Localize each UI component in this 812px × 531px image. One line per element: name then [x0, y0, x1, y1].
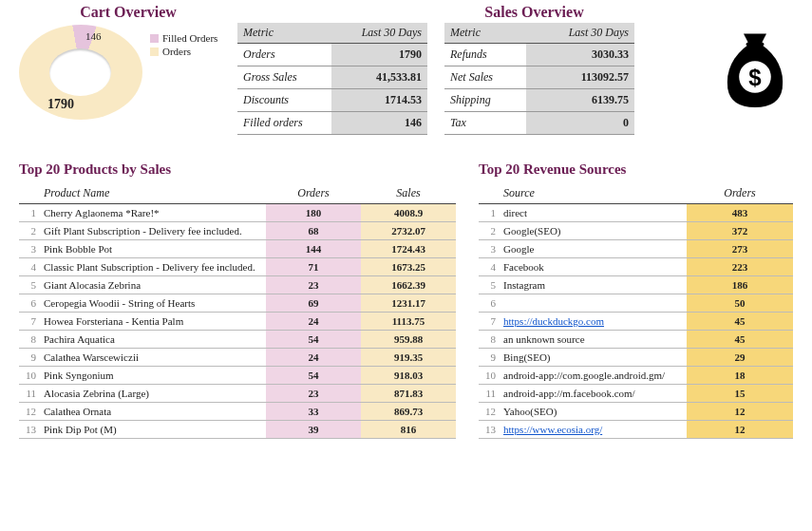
metric-label: Filled orders [237, 112, 331, 135]
source-orders: 29 [687, 349, 793, 367]
source-orders: 45 [687, 331, 793, 349]
table-row: 8an unknown source45 [479, 331, 793, 349]
metric-row: Filled orders146 [237, 112, 427, 135]
source-name [498, 294, 687, 313]
metric-value: 41,533.81 [331, 66, 427, 89]
product-sales: 1724.43 [361, 240, 456, 258]
product-sales: 2732.07 [361, 222, 456, 240]
source-orders: 186 [687, 276, 793, 294]
source-orders: 12 [687, 421, 793, 439]
source-orders: 12 [687, 403, 793, 421]
product-name: Gift Plant Subscription - Delivery fee i… [38, 222, 266, 240]
metric-label: Orders [237, 44, 331, 66]
metric-value: 0 [526, 112, 634, 135]
source-link[interactable]: https://duckduckgo.com [503, 315, 604, 327]
source-name: Yahoo(SEO) [498, 403, 687, 421]
metric-label: Tax [444, 112, 526, 135]
table-row: 12Calathea Ornata33869.73 [19, 403, 456, 421]
product-orders: 68 [266, 222, 361, 240]
table-row: 10android-app://com.google.android.gm/18 [479, 367, 793, 385]
top-sources-table: Source Orders 1direct4832Google(SEO)3723… [479, 183, 793, 439]
source-orders: 223 [687, 258, 793, 276]
row-index: 4 [479, 258, 498, 276]
table-row: 1direct483 [479, 204, 793, 222]
donut-small-value: 146 [85, 30, 102, 42]
product-sales: 871.83 [361, 385, 456, 403]
product-sales: 1662.39 [361, 276, 456, 294]
table-row: 2Gift Plant Subscription - Delivery fee … [19, 222, 456, 240]
source-name: Google(SEO) [498, 222, 687, 240]
table-row: 6Ceropegia Woodii - String of Hearts6912… [19, 294, 456, 313]
metrics-col-metric: Metric [444, 23, 526, 44]
product-sales: 869.73 [361, 403, 456, 421]
row-index: 5 [19, 276, 38, 294]
row-index: 10 [479, 367, 498, 385]
product-sales: 1231.17 [361, 294, 456, 313]
product-orders: 23 [266, 276, 361, 294]
table-row: 11android-app://m.facebook.com/15 [479, 385, 793, 403]
product-name: Pink Dip Pot (M) [38, 421, 266, 439]
table-row: 9Bing(SEO)29 [479, 349, 793, 367]
source-orders: 483 [687, 204, 793, 222]
legend-swatch-filled [150, 34, 159, 43]
svg-text:$: $ [748, 65, 762, 90]
metric-value: 3030.33 [526, 44, 634, 66]
product-orders: 71 [266, 258, 361, 276]
table-row: 13Pink Dip Pot (M)39816 [19, 421, 456, 439]
source-name: an unknown source [498, 331, 687, 349]
row-index: 7 [479, 313, 498, 331]
metric-row: Gross Sales41,533.81 [237, 66, 427, 89]
product-orders: 33 [266, 403, 361, 421]
table-row: 650 [479, 294, 793, 313]
row-index: 11 [479, 385, 498, 403]
product-name: Ceropegia Woodii - String of Hearts [38, 294, 266, 313]
table-row: 13https://www.ecosia.org/12 [479, 421, 793, 439]
table-row: 9Calathea Warscewiczii24919.35 [19, 349, 456, 367]
table-row: 1Cherry Aglaonema *Rare!*1804008.9 [19, 204, 456, 222]
source-link[interactable]: https://www.ecosia.org/ [503, 424, 602, 435]
source-name: direct [498, 204, 687, 222]
table-row: 4Classic Plant Subscription - Delivery f… [19, 258, 456, 276]
row-index: 6 [19, 294, 38, 313]
source-orders: 273 [687, 240, 793, 258]
product-sales: 816 [361, 421, 456, 439]
donut-chart: 146 1790 [19, 25, 142, 134]
source-name: Instagram [498, 276, 687, 294]
product-sales: 959.88 [361, 331, 456, 349]
table-row: 5Giant Alocasia Zebrina231662.39 [19, 276, 456, 294]
product-sales: 4008.9 [361, 204, 456, 222]
metrics-col-metric: Metric [237, 23, 331, 44]
metric-row: Refunds3030.33 [444, 44, 634, 66]
table-row: 7Howea Forsteriana - Kentia Palm241113.7… [19, 313, 456, 331]
row-index: 3 [479, 240, 498, 258]
product-orders: 24 [266, 313, 361, 331]
product-orders: 69 [266, 294, 361, 313]
row-index: 13 [479, 421, 498, 439]
source-name: Google [498, 240, 687, 258]
product-name: Cherry Aglaonema *Rare!* [38, 204, 266, 222]
product-orders: 54 [266, 331, 361, 349]
table-row: 2Google(SEO)372 [479, 222, 793, 240]
metrics-col-30days: Last 30 Days [331, 23, 427, 44]
source-orders: 50 [687, 294, 793, 313]
row-index: 8 [19, 331, 38, 349]
col-orders: Orders [687, 183, 793, 204]
sales-overview-title: Sales Overview [275, 4, 793, 21]
row-index: 7 [19, 313, 38, 331]
product-sales: 1113.75 [361, 313, 456, 331]
product-sales: 1673.25 [361, 258, 456, 276]
row-index: 1 [479, 204, 498, 222]
row-index: 6 [479, 294, 498, 313]
product-orders: 180 [266, 204, 361, 222]
product-name: Calathea Warscewiczii [38, 349, 266, 367]
top-products-table: Product Name Orders Sales 1Cherry Aglaon… [19, 183, 456, 439]
row-index: 12 [479, 403, 498, 421]
table-row: 5Instagram186 [479, 276, 793, 294]
metric-row: Net Sales113092.57 [444, 66, 634, 89]
product-orders: 23 [266, 385, 361, 403]
product-name: Pink Bobble Pot [38, 240, 266, 258]
source-name: https://duckduckgo.com [498, 313, 687, 331]
row-index: 12 [19, 403, 38, 421]
metric-row: Discounts1714.53 [237, 89, 427, 112]
table-row: 3Google273 [479, 240, 793, 258]
